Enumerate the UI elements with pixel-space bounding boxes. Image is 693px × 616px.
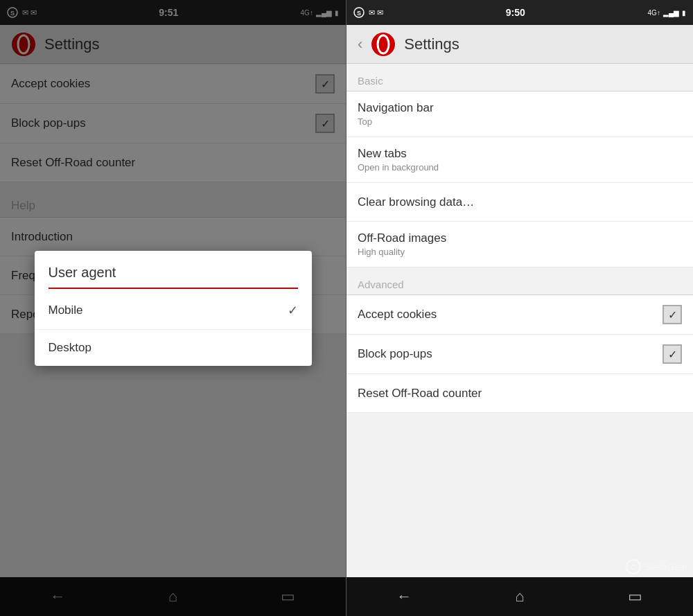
nav-bar-item[interactable]: Navigation bar Top: [346, 91, 693, 137]
opera-logo-right: [371, 32, 396, 57]
recents-icon-right: ▭: [628, 588, 642, 606]
block-popups-checkbox-right[interactable]: ✓: [663, 344, 682, 364]
dialog-underline: [49, 288, 298, 289]
clear-browsing-title: Clear browsing data…: [358, 195, 474, 209]
recents-button-right[interactable]: ▭: [615, 581, 656, 612]
basic-section-header: Basic: [346, 64, 693, 91]
dialog-title: User agent: [35, 251, 312, 288]
block-popups-title-right: Block pop-ups: [358, 347, 432, 361]
home-icon-right: ⌂: [515, 588, 524, 606]
app-title-right: Settings: [404, 35, 459, 53]
status-bar-right: S ✉ ✉ 9:50 4G↑ ▂▄▆ ▮: [346, 0, 693, 25]
back-button-right[interactable]: ←: [383, 581, 425, 612]
advanced-section-header: Advanced: [346, 267, 693, 294]
accept-cookies-item-right[interactable]: Accept cookies ✓: [346, 295, 693, 335]
new-tabs-title: New tabs: [358, 147, 439, 161]
dialog-option-desktop[interactable]: Desktop: [35, 330, 312, 366]
dialog-mobile-check: ✓: [288, 303, 298, 318]
status-right-icons-right: 4G↑ ▂▄▆ ▮: [648, 9, 686, 17]
clear-browsing-item[interactable]: Clear browsing data…: [346, 183, 693, 222]
app-header-right: ‹ Settings: [346, 25, 693, 64]
new-tabs-item[interactable]: New tabs Open in background: [346, 137, 693, 183]
dialog-desktop-label: Desktop: [49, 341, 91, 355]
network-icon-right: 4G↑: [648, 9, 660, 17]
nav-bar-subtitle: Top: [358, 116, 434, 127]
settings-content-right: Basic Navigation bar Top New tabs Open i…: [346, 64, 693, 577]
offroad-images-title: Off-Road images: [358, 231, 446, 245]
signal-icon-right: ▂▄▆: [663, 9, 679, 17]
reset-offroad-item-right[interactable]: Reset Off-Road counter: [346, 374, 693, 413]
left-panel: S ✉ ✉ 9:51 4G↑ ▂▄▆ ▮ Settings Accept coo…: [0, 0, 346, 616]
accept-cookies-title-right: Accept cookies: [358, 308, 437, 322]
accept-cookies-checkbox-right[interactable]: ✓: [663, 305, 682, 324]
back-chevron-icon[interactable]: ‹: [358, 35, 362, 53]
reset-offroad-title-right: Reset Off-Road counter: [358, 387, 482, 401]
bottom-nav-right: ← ⌂ ▭: [346, 577, 693, 616]
battery-icon-right: ▮: [682, 9, 686, 17]
clear-browsing-text: Clear browsing data…: [358, 195, 474, 209]
nav-bar-text: Navigation bar Top: [358, 101, 434, 127]
notification-icons-right: ✉ ✉: [369, 8, 383, 17]
new-tabs-subtitle: Open in background: [358, 162, 439, 173]
home-button-right[interactable]: ⌂: [499, 581, 541, 612]
user-agent-dialog: User agent Mobile ✓ Desktop: [35, 251, 312, 366]
dialog-option-mobile[interactable]: Mobile ✓: [35, 292, 312, 330]
dialog-mobile-label: Mobile: [49, 303, 83, 317]
right-panel: S ✉ ✉ 9:50 4G↑ ▂▄▆ ▮ ‹ Settings Basic Na…: [346, 0, 693, 616]
new-tabs-text: New tabs Open in background: [358, 147, 439, 173]
status-time-right: 9:50: [506, 7, 525, 18]
offroad-images-item[interactable]: Off-Road images High quality: [346, 222, 693, 267]
offroad-images-text: Off-Road images High quality: [358, 231, 446, 257]
status-icons-right: S ✉ ✉: [353, 7, 383, 18]
svg-text:S: S: [357, 10, 361, 17]
dialog-overlay[interactable]: User agent Mobile ✓ Desktop: [0, 0, 346, 616]
block-popups-item-right[interactable]: Block pop-ups ✓: [346, 335, 693, 374]
s-logo-icon-right: S: [353, 7, 365, 18]
back-icon-right: ←: [396, 588, 412, 606]
nav-bar-title: Navigation bar: [358, 101, 434, 115]
offroad-images-subtitle: High quality: [358, 247, 446, 257]
